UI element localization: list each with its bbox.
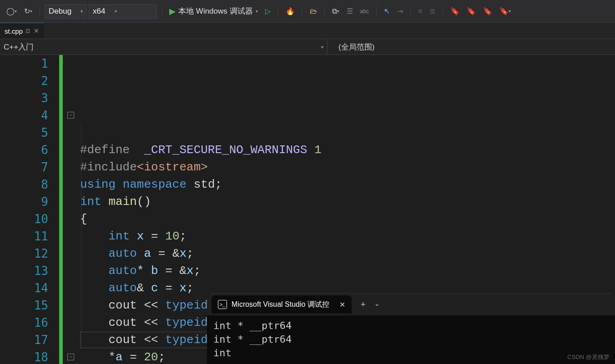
lines-icon: ≡ xyxy=(418,7,422,15)
new-tab-button[interactable]: + xyxy=(361,300,366,309)
folder-icon: 🗁 xyxy=(310,7,317,15)
abc-button[interactable]: abc xyxy=(358,5,372,18)
line-number: 14 xyxy=(0,279,48,297)
line-number: 1 xyxy=(0,55,48,72)
code-line[interactable]: auto* b = &x; xyxy=(80,262,615,279)
bookmark-icon: 🔖 xyxy=(450,7,459,15)
bookmark-clear-button[interactable]: 🔖▾ xyxy=(497,5,514,18)
bookmark-next-icon: 🔖 xyxy=(483,7,492,15)
platform-dropdown[interactable]: x64▾ xyxy=(89,4,157,19)
bookmark-button[interactable]: 🔖 xyxy=(448,5,462,18)
play-outline-icon: ▷ xyxy=(265,7,271,15)
circle-arrow-icon: ◯ xyxy=(6,7,15,15)
play-icon: ▶ xyxy=(169,6,176,16)
console-tab[interactable]: >_ Microsoft Visual Studio 调试控 ✕ xyxy=(212,295,352,314)
watermark: CSDN @灵槐梦 xyxy=(567,353,610,361)
fold-toggle[interactable]: − xyxy=(67,354,74,360)
pin-icon[interactable]: ⊡ xyxy=(25,28,30,34)
code-line[interactable]: { xyxy=(80,210,615,228)
abc-icon: abc xyxy=(360,8,369,15)
console-actions: + ⌄ xyxy=(361,300,380,309)
separator xyxy=(161,6,162,17)
line-number: 18 xyxy=(0,349,48,364)
indent-button[interactable]: ⇥ xyxy=(394,5,406,18)
chevron-down-icon: ▾ xyxy=(115,9,117,14)
cursor-button[interactable]: ↖ xyxy=(381,5,393,18)
list-button[interactable]: ☰ xyxy=(344,5,356,18)
close-icon[interactable]: ✕ xyxy=(339,300,345,309)
main-toolbar: ◯▾ ↻▾ Debug▾ x64▾ ▶ 本地 Windows 调试器 ▾ ▷ 🔥… xyxy=(0,0,615,23)
redo-icon: ↻ xyxy=(24,7,30,15)
separator xyxy=(443,6,443,17)
chevron-down-icon: ▾ xyxy=(81,9,83,14)
list-icon: ☰ xyxy=(347,7,353,15)
code-line[interactable]: #include<iostream> xyxy=(80,159,615,176)
line-number: 13 xyxy=(0,262,48,279)
cursor-icon: ↖ xyxy=(384,7,390,15)
lines2-icon: ≣ xyxy=(429,7,435,15)
line-number: 4 xyxy=(0,107,48,124)
line-number: 8 xyxy=(0,176,48,193)
scope-context-dropdown[interactable]: (全局范围) xyxy=(328,42,385,52)
chevron-down-icon: ▾ xyxy=(256,9,258,14)
indent-guide xyxy=(81,124,81,349)
debug-target-label: 本地 Windows 调试器 xyxy=(178,6,252,16)
platform-value: x64 xyxy=(93,7,105,16)
fold-toggle[interactable]: − xyxy=(67,112,74,119)
project-context-dropdown[interactable]: C++入门 ▾ xyxy=(0,39,328,55)
config-dropdown[interactable]: Debug▾ xyxy=(45,4,87,19)
nav-forward-button[interactable]: ↻▾ xyxy=(21,5,35,18)
line-number: 7 xyxy=(0,159,48,176)
comment-button[interactable]: ≡ xyxy=(415,5,425,18)
line-number: 6 xyxy=(0,141,48,159)
close-icon[interactable]: ✕ xyxy=(34,27,39,35)
line-number-gutter: 123456789101112131415161718 xyxy=(0,55,59,364)
folder-button[interactable]: 🗁 xyxy=(307,5,320,18)
window-button[interactable]: ⧉▾ xyxy=(329,5,342,18)
hot-reload-button[interactable]: 🔥 xyxy=(283,5,297,18)
scope-context-label: (全局范围) xyxy=(338,43,374,51)
bookmark-prev-icon: 🔖 xyxy=(467,7,476,15)
separator xyxy=(324,6,325,17)
line-number: 15 xyxy=(0,297,48,314)
terminal-icon: >_ xyxy=(218,300,227,309)
separator xyxy=(302,6,302,17)
document-tab-bar: st.cpp ⊡ ✕ xyxy=(0,23,615,39)
chevron-down-icon: ▾ xyxy=(321,45,323,50)
tab-menu-button[interactable]: ⌄ xyxy=(374,300,380,309)
line-number: 3 xyxy=(0,90,48,107)
debug-console-panel: >_ Microsoft Visual Studio 调试控 ✕ + ⌄ int… xyxy=(207,293,615,364)
indent-icon: ⇥ xyxy=(397,7,403,15)
window-icon: ⧉ xyxy=(332,7,337,15)
code-line[interactable]: #define _CRT_SECURE_NO_WARNINGS 1 xyxy=(80,141,615,159)
bookmark-next-button[interactable]: 🔖 xyxy=(480,5,495,18)
line-number: 10 xyxy=(0,210,48,228)
file-tab[interactable]: st.cpp ⊡ ✕ xyxy=(0,23,44,39)
code-line[interactable]: int x = 10; xyxy=(80,228,615,245)
code-line[interactable]: using namespace std; xyxy=(80,176,615,193)
line-number: 5 xyxy=(0,124,48,141)
config-value: Debug xyxy=(49,7,71,16)
code-line[interactable]: auto a = &x; xyxy=(80,245,615,262)
start-debug-button[interactable]: ▶ 本地 Windows 调试器 ▾ xyxy=(166,5,260,18)
line-number: 2 xyxy=(0,72,48,90)
line-number: 17 xyxy=(0,331,48,349)
nav-back-button[interactable]: ◯▾ xyxy=(4,5,20,18)
line-number: 12 xyxy=(0,245,48,262)
separator xyxy=(40,6,40,17)
console-output[interactable]: int * __ptr64 int * __ptr64 int xyxy=(207,315,615,364)
context-bar: C++入门 ▾ (全局范围) xyxy=(0,39,615,55)
separator xyxy=(278,6,278,17)
console-tab-bar: >_ Microsoft Visual Studio 调试控 ✕ + ⌄ xyxy=(207,294,615,315)
uncomment-button[interactable]: ≣ xyxy=(427,5,438,18)
flame-icon: 🔥 xyxy=(286,7,295,15)
tab-filename: st.cpp xyxy=(5,27,23,35)
bookmark-prev-button[interactable]: 🔖 xyxy=(464,5,479,18)
fold-column: − − xyxy=(67,55,76,124)
line-number: 16 xyxy=(0,314,48,331)
project-context-label: C++入门 xyxy=(4,42,34,52)
start-no-debug-button[interactable]: ▷ xyxy=(262,5,273,18)
line-number: 11 xyxy=(0,228,48,245)
console-tab-title: Microsoft Visual Studio 调试控 xyxy=(232,300,329,309)
code-line[interactable]: int main() xyxy=(80,193,615,210)
